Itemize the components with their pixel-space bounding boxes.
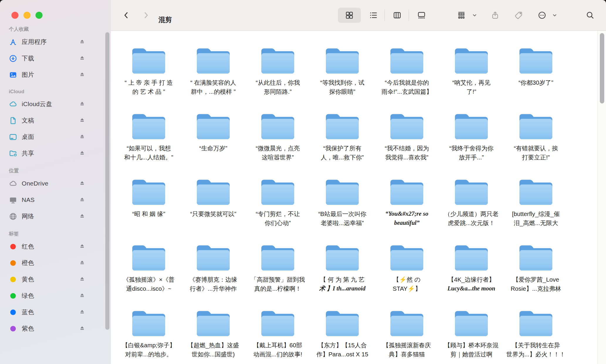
sidebar-item-桌面[interactable]: 桌面 [4, 129, 107, 145]
folder-item[interactable]: “B站最后一次叫你老婆啦...远幸福” [310, 177, 375, 242]
sidebar-item-图片[interactable]: 图片 [4, 67, 107, 83]
sidebar-item-蓝色[interactable]: 蓝色 [4, 304, 107, 320]
folder-item[interactable]: “昭 和 姻 缘” [116, 177, 181, 242]
sidebar-scrollbar[interactable] [105, 32, 109, 330]
folder-item[interactable]: 《孤独摇滚》×《普通disco...isco》~ [116, 242, 181, 308]
sidebar-item-下载[interactable]: 下载 [4, 50, 107, 67]
folder-item[interactable]: 「高甜预警」甜到我真的是...柠檬啊！ [246, 242, 310, 308]
sidebar-item-紫色[interactable]: 紫色 [4, 320, 107, 337]
tag-dot [8, 258, 18, 268]
folder-item[interactable]: （少儿频道）两只老虎爱跳...次元版！ [439, 177, 504, 242]
folder-item[interactable]: 【白银&amp;弥子】对前辈...的地步。 [116, 308, 181, 364]
sidebar-item-应用程序[interactable]: 应用程序 [4, 34, 107, 50]
eject-icon[interactable] [79, 292, 86, 299]
folder-item[interactable]: 【 何 为 第 九 艺术 】I th...aranoid [310, 242, 375, 308]
chevron-down-icon[interactable] [552, 12, 558, 18]
folder-item[interactable]: 【4K_边缘行者】Lucy&a...the moon [439, 242, 504, 308]
view-button-gallery[interactable] [415, 9, 428, 22]
folder-item[interactable]: 【⚡然 のSTAY⚡】 [375, 242, 439, 308]
folder-content-area: “ 上 帝 亲 手 打 造的 艺 术 品 ” “ 在满脸笑容的人群中，...的模… [111, 31, 606, 364]
eject-icon[interactable] [79, 243, 86, 250]
folder-icon [452, 308, 490, 339]
share-button[interactable] [489, 9, 502, 22]
sidebar-item-iCloud云盘[interactable]: iCloud云盘 [4, 96, 107, 112]
folder-item[interactable]: “生命万岁” [181, 111, 246, 177]
view-button-icons[interactable] [343, 9, 356, 22]
finder-window: 个人收藏 应用程序 下载 图片 iCloud iCloud云盘 文稿 [0, 0, 606, 364]
folder-item[interactable]: “专门剪烂，不让你们心动” [246, 177, 310, 242]
folder-item[interactable]: “只要微笑就可以” [181, 177, 246, 242]
eject-icon[interactable] [79, 38, 86, 45]
eject-icon[interactable] [79, 325, 86, 332]
eject-icon[interactable] [79, 180, 86, 187]
folder-item[interactable]: “等我找到你，试探你眼睛” [310, 45, 375, 111]
folder-item[interactable]: 【超燃_热血】这盛世如你...国盛世) [181, 308, 246, 364]
folder-item[interactable]: 【戴上耳机】60部动画混...们的故事! [246, 308, 310, 364]
sidebar-item-共享[interactable]: 共享 [4, 145, 107, 161]
folder-item[interactable]: 【孤独摇滚新春庆典】喜多猫猫 [375, 308, 439, 364]
folder-item[interactable]: “我终于舍得为你放开手...” [439, 111, 504, 177]
search-button[interactable] [584, 9, 597, 22]
eject-icon[interactable] [79, 101, 86, 108]
folder-item[interactable]: “ 在满脸笑容的人群中，...的模样 ” [181, 45, 246, 111]
tag-color-dot [10, 244, 16, 249]
toolbar-divider [385, 10, 385, 21]
sidebar-item-文稿[interactable]: 文稿 [4, 112, 107, 129]
chevron-down-icon[interactable] [472, 12, 478, 18]
folder-item[interactable]: 【关于我转生在异世界为...】必火！！！ [504, 308, 568, 364]
folder-icon [323, 177, 361, 207]
eject-icon[interactable] [79, 117, 86, 124]
folder-item[interactable]: “我不结婚，因为我觉得...喜欢我” [375, 111, 439, 177]
folder-item[interactable]: “呐艾伦，再见了!” [439, 45, 504, 111]
folder-item[interactable]: “有错就要认，挨打要立正!” [504, 111, 568, 177]
close-button[interactable] [11, 12, 18, 19]
sidebar-item-NAS[interactable]: NAS [4, 192, 107, 208]
zoom-button[interactable] [35, 12, 43, 19]
folder-item[interactable]: “我保护了所有人，唯...救下你” [310, 111, 375, 177]
folder-name: “等我找到你，试探你眼睛” [320, 78, 364, 96]
eject-icon[interactable] [79, 309, 86, 316]
sidebar-item-绿色[interactable]: 绿色 [4, 288, 107, 304]
sidebar-item-网络[interactable]: 网络 [4, 208, 107, 224]
forward-button[interactable] [140, 9, 153, 22]
tag-button[interactable] [512, 9, 525, 22]
folder-item[interactable]: “如果可以，我想和十几...人结婚。” [116, 111, 181, 177]
eject-icon[interactable] [79, 196, 86, 203]
folder-item[interactable]: “You&#x27;re sobeautiful” [375, 177, 439, 242]
folder-item[interactable]: 【顾与】桥本环奈混剪｜她曾活过啊 [439, 308, 504, 364]
eject-icon[interactable] [79, 259, 86, 266]
folder-item[interactable]: 《赛博朋克：边缘行者》...升华神作 [181, 242, 246, 308]
folder-item[interactable]: “从此往后，你我形同陌路.” [246, 45, 310, 111]
folder-item[interactable]: [butterfly_综漫_催泪_高燃...无限大 [504, 177, 568, 242]
folder-icon [130, 45, 168, 76]
eject-icon[interactable] [79, 55, 86, 62]
sidebar-item-OneDrive[interactable]: OneDrive [4, 175, 107, 192]
folder-item[interactable]: “今后我就是你的雨伞!”...玄武国篇】 [375, 45, 439, 111]
sidebar-item-黄色[interactable]: 黄色 [4, 271, 107, 288]
sidebar-item-橙色[interactable]: 橙色 [4, 255, 107, 271]
sidebar-item-红色[interactable]: 红色 [4, 238, 107, 255]
folder-item[interactable]: “ 上 帝 亲 手 打 造的 艺 术 品 ” [116, 45, 181, 111]
eject-icon[interactable] [79, 213, 86, 220]
more-button[interactable] [536, 9, 549, 22]
view-button-list[interactable] [367, 9, 380, 22]
scrollbar-thumb[interactable] [600, 33, 604, 103]
back-button[interactable] [120, 9, 133, 22]
eject-icon[interactable] [79, 71, 86, 78]
folder-item[interactable]: “微微晨光，点亮这喧嚣世界” [246, 111, 310, 177]
group-button[interactable] [455, 9, 468, 22]
eject-icon[interactable] [79, 150, 86, 157]
eject-icon[interactable] [79, 133, 86, 140]
scrollbar-track[interactable] [597, 31, 606, 364]
icloud-icon [8, 99, 18, 109]
view-button-columns[interactable] [391, 9, 404, 22]
tag-color-dot [10, 260, 16, 266]
folder-name: 【白银&amp;弥子】对前辈...的地步。 [122, 341, 175, 359]
folder-item[interactable]: “你都30岁了” [504, 45, 568, 111]
folder-name: 【超燃_热血】这盛世如你...国盛世) [187, 341, 239, 359]
minimize-button[interactable] [23, 12, 31, 19]
toolbar-divider [409, 10, 409, 21]
folder-item[interactable]: 【东方】【15人合作】Para...ost X 15 [310, 308, 375, 364]
eject-icon[interactable] [79, 276, 86, 283]
folder-item[interactable]: 【爱你罗茜_LoveRosie】...克拉弗林 [504, 242, 568, 308]
